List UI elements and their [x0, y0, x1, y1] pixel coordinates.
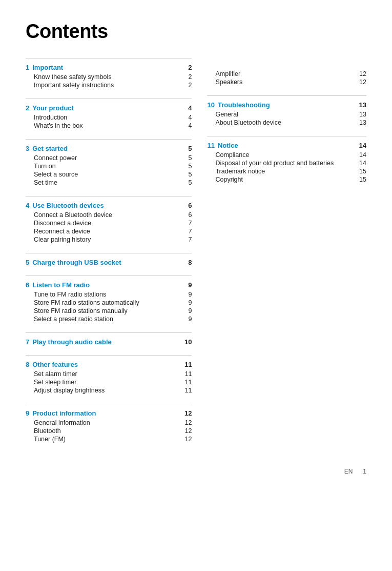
toc-section-continuation: Amplifier12Speakers12 [207, 58, 366, 86]
section-number: 1 [26, 64, 29, 71]
sub-item-label: Disconnect a device [34, 220, 91, 227]
section-number: 6 [26, 281, 29, 289]
sub-item-label: About Bluetooth device [215, 119, 281, 126]
section-header: 2Your product4 [26, 104, 192, 112]
section-title: Get started [32, 145, 68, 152]
sub-item-page: 15 [359, 168, 366, 175]
contents-layout: 1Important2Know these safety symbols2Imp… [26, 58, 366, 452]
sub-item-page: 14 [359, 151, 366, 159]
sub-item-label: Copyright [215, 176, 243, 183]
section-page: 8 [188, 259, 192, 266]
toc-section: 9Product information12General informatio… [26, 404, 192, 443]
section-title: Your product [32, 104, 74, 112]
sub-item-page: 6 [189, 211, 192, 219]
section-page: 4 [188, 104, 192, 112]
section-number: 4 [26, 202, 29, 209]
sub-item-page: 11 [185, 379, 192, 386]
sub-item-label: Connect power [34, 154, 77, 162]
sub-item-label: Disposal of your old product and batteri… [215, 160, 334, 167]
section-title: Important [32, 64, 63, 71]
toc-sub-item: Speakers12 [207, 78, 366, 86]
section-header: 10Troubleshooting13 [207, 101, 366, 109]
toc-section: 6Listen to FM radio9Tune to FM radio sta… [26, 275, 192, 323]
sub-item-page: 12 [185, 436, 192, 443]
page-title: Contents [26, 21, 366, 43]
sub-item-label: Set sleep timer [34, 379, 76, 386]
sub-item-label: Store FM radio stations manually [34, 307, 128, 314]
section-number: 11 [207, 142, 214, 149]
toc-sub-item: Disconnect a device7 [26, 219, 192, 227]
section-header: 6Listen to FM radio9 [26, 281, 192, 289]
sub-item-page: 5 [189, 179, 192, 186]
toc-sub-item: Tuner (FM)12 [26, 435, 192, 443]
sub-item-page: 4 [189, 122, 192, 129]
sub-item-label: General information [34, 419, 90, 426]
toc-sub-item: Introduction4 [26, 113, 192, 122]
sub-item-page: 5 [189, 171, 192, 178]
section-number: 3 [26, 145, 29, 152]
toc-sub-item: Select a source5 [26, 170, 192, 179]
sub-item-page: 12 [185, 427, 192, 435]
toc-section: 4Use Bluetooth devices6Connect a Bluetoo… [26, 196, 192, 244]
section-page: 6 [188, 202, 192, 209]
section-page: 12 [184, 409, 192, 417]
sub-item-label: Introduction [34, 114, 67, 121]
section-number: 2 [26, 104, 29, 112]
toc-sub-item: Store FM radio stations manually9 [26, 307, 192, 315]
toc-section: 8Other features11Set alarm timer11Set sl… [26, 355, 192, 395]
sub-item-page: 9 [189, 299, 192, 306]
section-number: 5 [26, 259, 29, 266]
toc-sub-item: General information12 [26, 419, 192, 427]
toc-sub-item: Clear pairing history7 [26, 235, 192, 244]
toc-sub-item: Trademark notice15 [207, 167, 366, 175]
toc-sub-item: Copyright15 [207, 175, 366, 184]
toc-section: 5Charge through USB socket8 [26, 253, 192, 266]
sub-item-label: Tune to FM radio stations [34, 291, 106, 298]
sub-item-page: 12 [185, 419, 192, 426]
sub-item-label: Reconnect a device [34, 228, 90, 235]
section-header: 9Product information12 [26, 409, 192, 417]
section-page: 2 [188, 64, 192, 71]
sub-item-label: Select a source [34, 171, 78, 178]
toc-sub-item: Connect power5 [26, 154, 192, 162]
sub-item-label: Connect a Bluetooth device [34, 211, 112, 219]
sub-item-page: 7 [189, 228, 192, 235]
sub-item-page: 4 [189, 114, 192, 121]
sub-item-page: 13 [359, 119, 366, 126]
toc-sub-item: Disposal of your old product and batteri… [207, 159, 366, 167]
sub-item-page: 5 [189, 163, 192, 170]
toc-sub-item: Connect a Bluetooth device6 [26, 211, 192, 219]
sub-item-label: Set time [34, 179, 57, 186]
toc-sub-item: Important safety instructions2 [26, 81, 192, 89]
section-page: 9 [188, 281, 192, 289]
sub-item-label: Important safety instructions [34, 82, 114, 89]
section-title: Charge through USB socket [32, 259, 121, 266]
toc-section: 7Play through audio cable10 [26, 332, 192, 346]
sub-item-label: Store FM radio stations automatically [34, 299, 139, 306]
sub-item-page: 15 [359, 176, 366, 183]
section-header: 1Important2 [26, 64, 192, 71]
toc-sub-item: Select a preset radio station9 [26, 315, 192, 323]
toc-sub-item: Tune to FM radio stations9 [26, 290, 192, 299]
sub-item-page: 2 [189, 82, 192, 89]
toc-sub-item: Adjust display brightness11 [26, 386, 192, 395]
toc-sub-item: Store FM radio stations automatically9 [26, 299, 192, 307]
sub-item-page: 12 [359, 78, 366, 86]
toc-sub-item: What's in the box4 [26, 122, 192, 130]
section-header: 4Use Bluetooth devices6 [26, 202, 192, 209]
sub-item-page: 9 [189, 307, 192, 314]
toc-sub-item: Turn on5 [26, 162, 192, 170]
sub-item-page: 5 [189, 154, 192, 162]
sub-item-label: Adjust display brightness [34, 387, 105, 394]
sub-item-label: Set alarm timer [34, 370, 77, 378]
section-number: 9 [26, 409, 29, 417]
sub-item-page: 2 [189, 73, 192, 81]
footer: EN 1 [26, 468, 366, 475]
section-title: Play through audio cable [32, 338, 112, 346]
sub-item-label: Speakers [215, 78, 242, 86]
toc-section: 10Troubleshooting13General13About Blueto… [207, 95, 366, 127]
toc-sub-item: Know these safety symbols2 [26, 73, 192, 81]
sub-item-label: Amplifier [215, 70, 240, 77]
section-page: 14 [359, 142, 366, 149]
section-page: 5 [188, 145, 192, 152]
